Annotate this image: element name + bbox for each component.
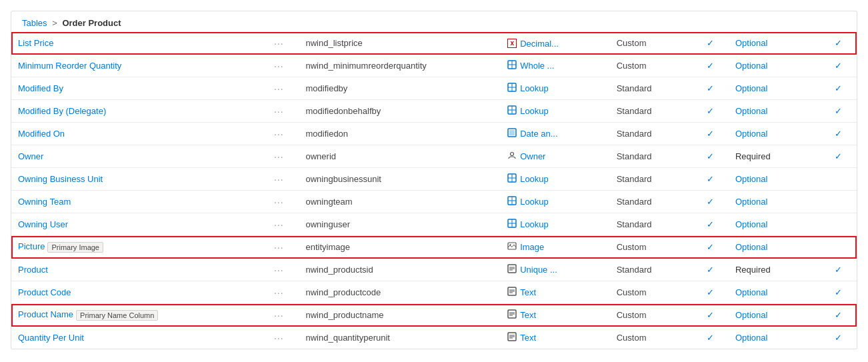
field-name-cell[interactable]: Owner bbox=[11, 145, 267, 168]
type-icon bbox=[507, 332, 517, 343]
requirement-cell: Optional bbox=[729, 281, 820, 304]
type-label: Text bbox=[520, 333, 536, 343]
type-icon bbox=[507, 264, 517, 275]
type-cell: Whole ... bbox=[500, 55, 610, 77]
requirement-cell: Optional bbox=[729, 236, 820, 259]
row-context-menu-dots[interactable]: ··· bbox=[267, 100, 299, 123]
field-name-cell[interactable]: Modified On bbox=[11, 123, 267, 145]
managed-cell: Custom bbox=[610, 32, 692, 55]
requirement-cell: Required bbox=[729, 259, 820, 281]
field-name-cell[interactable]: Owning User bbox=[11, 213, 267, 236]
type-cell: Lookup bbox=[500, 100, 610, 123]
check1-icon: ✓ bbox=[707, 129, 714, 139]
field-name-cell[interactable]: Product Code bbox=[11, 281, 267, 304]
field-display-name: Owning User bbox=[18, 219, 68, 229]
row-context-menu-dots[interactable]: ··· bbox=[267, 213, 299, 236]
field-name-cell[interactable]: Owning Business Unit bbox=[11, 168, 267, 191]
type-cell: Text bbox=[500, 327, 610, 349]
field-name-cell[interactable]: PicturePrimary Image bbox=[11, 236, 267, 259]
table-row[interactable]: Modified On···modifiedonDate an...Standa… bbox=[11, 123, 857, 145]
check1-icon: ✓ bbox=[707, 38, 714, 48]
row-context-menu-dots[interactable]: ··· bbox=[267, 32, 299, 55]
type-cell: Lookup bbox=[500, 213, 610, 236]
check2-cell: ✓ bbox=[820, 123, 857, 145]
row-context-menu-dots[interactable]: ··· bbox=[267, 259, 299, 281]
row-context-menu-dots[interactable]: ··· bbox=[267, 123, 299, 145]
table-row[interactable]: List Price···nwind_listpricexDecimal...C… bbox=[11, 32, 857, 55]
table-row[interactable]: Quantity Per Unit···nwind_quantityperuni… bbox=[11, 327, 857, 349]
row-context-menu-dots[interactable]: ··· bbox=[267, 77, 299, 100]
row-context-menu-dots[interactable]: ··· bbox=[267, 281, 299, 304]
requirement-cell: Required bbox=[729, 145, 820, 168]
check2-icon: ✓ bbox=[835, 61, 842, 71]
row-context-menu-dots[interactable]: ··· bbox=[267, 168, 299, 191]
requirement-label: Required bbox=[735, 265, 771, 275]
type-cell: Lookup bbox=[500, 77, 610, 100]
table-row[interactable]: Modified By (Delegate)···modifiedonbehal… bbox=[11, 100, 857, 123]
check1-cell: ✓ bbox=[692, 213, 729, 236]
type-label: Date an... bbox=[520, 129, 557, 139]
type-icon: x bbox=[507, 38, 517, 49]
check1-cell: ✓ bbox=[692, 145, 729, 168]
requirement-label: Optional bbox=[735, 219, 767, 229]
type-cell: Lookup bbox=[500, 168, 610, 191]
row-context-menu-dots[interactable]: ··· bbox=[267, 145, 299, 168]
check1-icon: ✓ bbox=[707, 197, 714, 207]
requirement-cell: Optional bbox=[729, 168, 820, 191]
check1-cell: ✓ bbox=[692, 281, 729, 304]
table-row[interactable]: Owning User···owninguserLookupStandard✓O… bbox=[11, 213, 857, 236]
requirement-cell: Optional bbox=[729, 100, 820, 123]
table-row[interactable]: Modified By···modifiedbyLookupStandard✓O… bbox=[11, 77, 857, 100]
breadcrumb: Tables > Order Product bbox=[11, 11, 857, 32]
row-context-menu-dots[interactable]: ··· bbox=[267, 236, 299, 259]
table-row[interactable]: Product Code···nwind_productcodeTextCust… bbox=[11, 281, 857, 304]
check1-icon: ✓ bbox=[707, 151, 714, 161]
field-display-name: Modified On bbox=[18, 129, 65, 139]
field-name-cell[interactable]: Quantity Per Unit bbox=[11, 327, 267, 349]
field-name-cell[interactable]: Minimum Reorder Quantity bbox=[11, 55, 267, 77]
check2-icon: ✓ bbox=[835, 310, 842, 320]
managed-cell: Custom bbox=[610, 304, 692, 327]
table-row[interactable]: Owning Team···owningteamLookupStandard✓O… bbox=[11, 191, 857, 213]
main-container: Tables > Order Product List Price···nwin… bbox=[11, 11, 857, 349]
table-row[interactable]: Owning Business Unit···owningbusinessuni… bbox=[11, 168, 857, 191]
managed-cell: Standard bbox=[610, 191, 692, 213]
check2-icon: ✓ bbox=[835, 287, 842, 297]
table-row[interactable]: Owner···owneridOwnerStandard✓Required✓ bbox=[11, 145, 857, 168]
check1-icon: ✓ bbox=[707, 106, 714, 116]
type-icon bbox=[507, 196, 517, 207]
row-context-menu-dots[interactable]: ··· bbox=[267, 327, 299, 349]
field-name-cell[interactable]: Product bbox=[11, 259, 267, 281]
field-display-name: Owning Team bbox=[18, 197, 71, 207]
type-label: Lookup bbox=[520, 106, 549, 116]
table-row[interactable]: Product···nwind_productsidUnique ...Stan… bbox=[11, 259, 857, 281]
breadcrumb-tables-link[interactable]: Tables bbox=[22, 18, 47, 28]
logical-name-cell: modifiedonbehalfby bbox=[299, 100, 500, 123]
check2-cell bbox=[820, 168, 857, 191]
logical-name-cell: entityimage bbox=[299, 236, 500, 259]
row-context-menu-dots[interactable]: ··· bbox=[267, 304, 299, 327]
field-display-name: Modified By (Delegate) bbox=[18, 106, 106, 116]
logical-name-cell: nwind_productsid bbox=[299, 259, 500, 281]
table-row[interactable]: Minimum Reorder Quantity···nwind_minimum… bbox=[11, 55, 857, 77]
managed-cell: Standard bbox=[610, 77, 692, 100]
type-cell: Date an... bbox=[500, 123, 610, 145]
field-name-cell[interactable]: Product NamePrimary Name Column bbox=[11, 304, 267, 327]
table-row[interactable]: Product NamePrimary Name Column···nwind_… bbox=[11, 304, 857, 327]
table-row[interactable]: PicturePrimary Image···entityimageImageC… bbox=[11, 236, 857, 259]
type-label: Decimal... bbox=[520, 39, 559, 49]
type-label: Lookup bbox=[520, 219, 549, 229]
field-name-cell[interactable]: Modified By bbox=[11, 77, 267, 100]
field-name-cell[interactable]: List Price bbox=[11, 32, 267, 55]
check2-cell: ✓ bbox=[820, 32, 857, 55]
row-context-menu-dots[interactable]: ··· bbox=[267, 191, 299, 213]
field-name-cell[interactable]: Owning Team bbox=[11, 191, 267, 213]
field-display-name: List Price bbox=[18, 38, 53, 48]
check1-cell: ✓ bbox=[692, 123, 729, 145]
check1-icon: ✓ bbox=[707, 310, 714, 320]
requirement-cell: Optional bbox=[729, 77, 820, 100]
field-name-cell[interactable]: Modified By (Delegate) bbox=[11, 100, 267, 123]
field-display-name: Modified By bbox=[18, 83, 63, 93]
row-context-menu-dots[interactable]: ··· bbox=[267, 55, 299, 77]
requirement-cell: Optional bbox=[729, 123, 820, 145]
